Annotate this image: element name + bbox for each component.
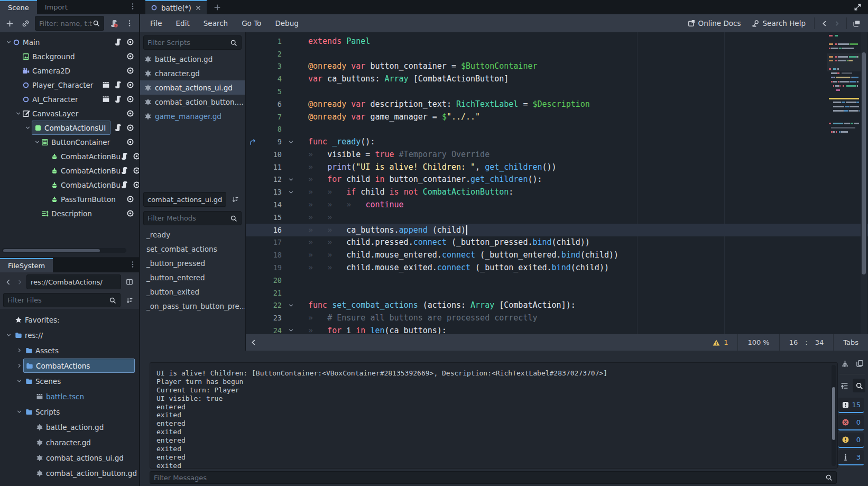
eye-icon[interactable] bbox=[126, 138, 134, 146]
eye-icon[interactable] bbox=[126, 124, 134, 132]
script-list-item[interactable]: game_manager.gd bbox=[140, 109, 245, 123]
eye-icon[interactable] bbox=[126, 67, 134, 75]
eye-icon[interactable] bbox=[126, 209, 134, 217]
history-forward-icon[interactable] bbox=[830, 17, 843, 30]
tab-import[interactable]: Import bbox=[37, 0, 76, 14]
scene-tree-row[interactable]: CanvasLayer bbox=[0, 106, 139, 121]
nav-back-icon[interactable] bbox=[3, 276, 13, 288]
scene-tree-options-kebab-icon[interactable] bbox=[123, 17, 136, 30]
method-list-item[interactable]: _ready bbox=[140, 227, 245, 242]
fs-tree-row[interactable]: combat_actions_ui.gd bbox=[0, 450, 139, 465]
code-line[interactable]: 20 bbox=[246, 274, 868, 287]
filter-messages-input[interactable] bbox=[154, 474, 825, 482]
toggle-info[interactable]: 3 bbox=[838, 450, 864, 465]
menu-file[interactable]: File bbox=[143, 14, 169, 32]
script-icon[interactable] bbox=[121, 181, 128, 189]
code-line[interactable]: 22func set_combat_actions (actions: Arra… bbox=[246, 299, 868, 311]
dock-separator[interactable] bbox=[139, 0, 140, 486]
fs-tree-row[interactable]: character.gd bbox=[0, 435, 139, 450]
code-line[interactable]: 8 bbox=[246, 123, 868, 135]
expand-chevron-icon[interactable] bbox=[23, 125, 32, 131]
tab-scene[interactable]: Scene bbox=[0, 0, 37, 14]
fold-chevron-icon[interactable] bbox=[282, 189, 297, 195]
expand-chevron-icon[interactable] bbox=[4, 332, 13, 338]
fs-tree-row[interactable]: battle.tscn bbox=[0, 389, 139, 404]
fs-tree-row[interactable]: battle_action.gd bbox=[0, 419, 139, 435]
scene-dock-menu-kebab-icon[interactable] bbox=[126, 0, 139, 13]
code-line[interactable]: 13» » if child is not CombatActionButton… bbox=[246, 186, 868, 198]
script-icon[interactable] bbox=[114, 95, 122, 103]
scene-tree-row[interactable]: CombatActionBu bbox=[0, 178, 139, 192]
fs-tree-row[interactable]: Assets bbox=[0, 343, 139, 358]
hscroll-left-icon[interactable] bbox=[247, 336, 260, 349]
output-search-icon[interactable] bbox=[853, 379, 865, 392]
eye-icon[interactable] bbox=[133, 181, 139, 189]
file-sort-icon[interactable] bbox=[123, 294, 136, 307]
instance-scene-button[interactable] bbox=[19, 17, 32, 30]
method-list-item[interactable]: _button_exited bbox=[140, 285, 245, 299]
code-line[interactable]: 11» print("UI is alive! Children: ", get… bbox=[246, 161, 868, 173]
detach-script-button[interactable] bbox=[107, 17, 120, 30]
float-panel-icon[interactable] bbox=[850, 17, 863, 30]
editor-vscrollbar[interactable] bbox=[861, 32, 867, 334]
code-line[interactable]: 6@onready var description_text: RichText… bbox=[246, 98, 868, 111]
expand-chevron-icon[interactable] bbox=[15, 363, 23, 369]
fold-chevron-icon[interactable] bbox=[282, 177, 297, 182]
code-line[interactable]: 1extends Panel bbox=[246, 35, 868, 48]
scene-tree-row[interactable]: PassTurnButton bbox=[0, 192, 139, 206]
expand-chevron-icon[interactable] bbox=[15, 347, 23, 353]
code-line[interactable]: 7@onready var game_manager = $"../.." bbox=[246, 111, 868, 123]
script-list-item[interactable]: combat_actions_ui.gd bbox=[140, 80, 245, 95]
add-node-button[interactable] bbox=[3, 17, 16, 30]
code-line[interactable]: 4var ca_buttons: Array [CombatActionButt… bbox=[246, 72, 868, 85]
eye-icon[interactable] bbox=[126, 109, 134, 117]
script-icon[interactable] bbox=[121, 152, 128, 160]
scene-tree-row[interactable]: AI_Character bbox=[0, 92, 139, 106]
fs-tree-row[interactable]: CombatActions bbox=[0, 358, 139, 373]
scene-tree-row[interactable]: Player_Character bbox=[0, 78, 139, 92]
code-line[interactable]: 2 bbox=[246, 48, 868, 60]
code-line[interactable]: 10» visible = true #Temporary Override bbox=[246, 148, 868, 161]
eye-icon[interactable] bbox=[126, 195, 134, 203]
code-line[interactable]: 12» for child in button_container.get_ch… bbox=[246, 173, 868, 186]
code-line[interactable]: 18» » child.mouse_entered.connect (_butt… bbox=[246, 249, 868, 261]
scene-tree-row[interactable]: ButtonContainer bbox=[0, 135, 139, 149]
eye-icon[interactable] bbox=[126, 52, 134, 60]
fullscreen-icon[interactable] bbox=[851, 1, 864, 14]
script-list-item[interactable]: combat_action_button.... bbox=[140, 95, 245, 109]
menu-edit[interactable]: Edit bbox=[169, 14, 197, 32]
eye-icon[interactable] bbox=[126, 95, 134, 103]
fs-tree-row[interactable]: combat_action_button.gd bbox=[0, 465, 139, 481]
toggle-errors[interactable]: 0 bbox=[838, 415, 864, 430]
script-icon[interactable] bbox=[114, 81, 122, 89]
filesystem-menu-kebab-icon[interactable] bbox=[126, 258, 139, 271]
scene-tree-row[interactable]: CombatActionBu bbox=[0, 163, 139, 178]
split-mode-icon[interactable] bbox=[123, 276, 136, 288]
search-help-button[interactable]: Search Help bbox=[746, 19, 811, 27]
movie-icon[interactable] bbox=[102, 95, 110, 103]
script-icon[interactable] bbox=[121, 167, 128, 175]
scene-tree-row[interactable]: Camera2D bbox=[0, 63, 139, 78]
online-docs-button[interactable]: Online Docs bbox=[682, 19, 746, 27]
expand-chevron-icon[interactable] bbox=[15, 409, 23, 415]
eye-icon[interactable] bbox=[133, 167, 139, 175]
expand-chevron-icon[interactable] bbox=[33, 139, 41, 145]
fs-tree-row[interactable]: Scripts bbox=[0, 404, 139, 419]
clear-output-icon[interactable] bbox=[839, 357, 850, 370]
scene-file-tab[interactable]: battle(*) bbox=[145, 0, 207, 14]
filter-methods-input[interactable] bbox=[147, 214, 230, 222]
expand-chevron-icon[interactable] bbox=[15, 378, 23, 384]
eye-icon[interactable] bbox=[126, 38, 134, 46]
method-list-item[interactable]: _button_entered bbox=[140, 270, 245, 285]
script-icon[interactable] bbox=[114, 124, 122, 132]
code-line[interactable]: 16» » ca_buttons.append (child) bbox=[246, 224, 868, 236]
method-sort-icon[interactable] bbox=[229, 193, 242, 206]
movie-icon[interactable] bbox=[102, 81, 110, 89]
script-list-item[interactable]: character.gd bbox=[140, 66, 245, 80]
toggle-all-messages[interactable]: 15 bbox=[838, 398, 864, 413]
method-list-item[interactable]: _on_pass_turn_button_pre... bbox=[140, 299, 245, 313]
indent-mode[interactable]: Tabs bbox=[834, 334, 868, 351]
code-line[interactable]: 19» » child.mouse_exited.connect (_butto… bbox=[246, 261, 868, 274]
close-tab-icon[interactable] bbox=[195, 5, 201, 11]
code-line[interactable]: 15» » bbox=[246, 211, 868, 224]
